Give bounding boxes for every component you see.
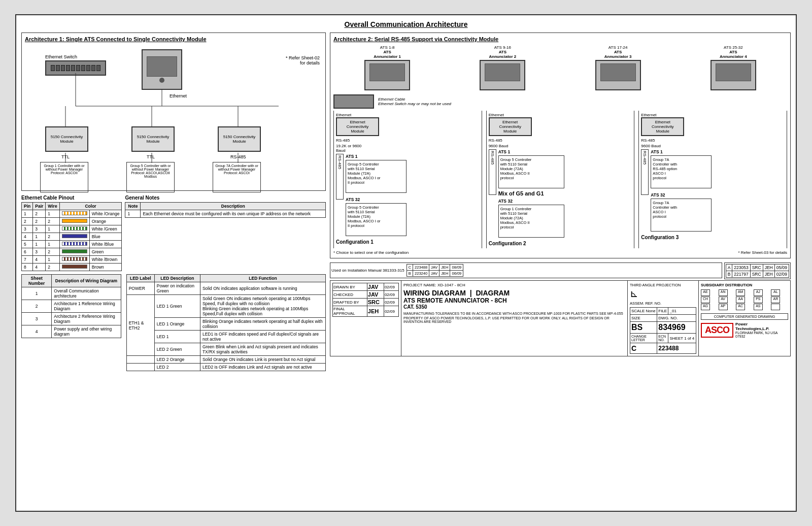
cell-swatch <box>59 241 89 248</box>
eth-switch-label: Ethernet Switch <box>45 54 106 59</box>
title-block-area: Used on Installation Manual 381333-315 C… <box>330 262 791 356</box>
sig-drawn-date: 02/09 <box>384 283 398 291</box>
col-wire: Wire <box>46 203 59 210</box>
rev-ecn: 223488 <box>413 265 429 271</box>
cell-color: Brown <box>89 264 122 271</box>
table-row: LED 2 Green Green Blink when Link and Ac… <box>126 343 325 356</box>
cell-swatch <box>59 210 89 218</box>
sub-aa: AA <box>736 297 745 303</box>
eth-switch-mid-box <box>333 94 374 109</box>
config1-rs485-vert: RS-485 <box>336 154 344 200</box>
sheet-num-col: Sheet Number <box>22 275 52 287</box>
led-desc: LED 2 <box>154 364 200 371</box>
rev-a-src: SRC <box>750 265 763 271</box>
cell-swatch <box>59 225 89 233</box>
config1-conn-module: EthernetConnectivityModule <box>336 117 379 136</box>
sub-aj: AJ <box>754 289 763 296</box>
eth-port-9 <box>91 65 95 71</box>
cell-swatch <box>59 264 89 271</box>
wiring-label: WIRING DIAGRAM <box>403 289 466 297</box>
led-func: LED1 is OFF indicates speed and Full dup… <box>200 331 325 343</box>
table-row: 842 Brown <box>22 264 122 271</box>
table-row: LED 2 Orange Solid Orange ON indicates L… <box>126 356 325 364</box>
sub-ae: AE <box>701 289 710 296</box>
config3-rs485-vert: RS-485 <box>641 149 649 195</box>
sig-drafted-name: SRC <box>367 299 384 306</box>
cell-pin: 2 <box>22 218 33 225</box>
computer-generated-label: COMPUTER GENERATED DRAWING <box>701 313 788 320</box>
mfg-note: MANUFACTURING TOLERANCES TO BE IN ACCORD… <box>403 312 625 315</box>
config3-eth-label: Ethernet <box>641 113 785 117</box>
config2-label: Configuration 2 <box>489 241 632 246</box>
cell-pin: 4 <box>22 233 33 241</box>
ann4-screen <box>716 63 751 81</box>
sheet-label: SHEET 1 of 4 <box>668 334 696 343</box>
main-title-block: DRAWN BY JAV 02/09 CHECKED JAV 02/09 DRA… <box>330 280 791 356</box>
rev-by1: JAV <box>429 271 439 277</box>
cable-pinout-title: Ethernet Cable Pinout <box>21 195 122 201</box>
sheet-num: 1 <box>22 287 52 300</box>
desc-col: Description <box>141 203 326 210</box>
subsidiary-grid: AE AN AM AJ AL CH AV AA PS AR AG AP <box>701 289 788 310</box>
config3-ats-row: RS-485 ATS 1 Group 7AController withRS-4… <box>641 149 785 232</box>
cell-wire: 2 <box>46 233 59 241</box>
ecn-label: ECNNO. <box>657 334 668 343</box>
rev-ecn: 223240 <box>413 271 429 277</box>
ann2-screen <box>485 63 520 81</box>
rev-a-jeh: JEH <box>763 265 774 271</box>
rev-date: 06/09 <box>450 271 463 277</box>
config1-ats32-box: Group 5 Controllerwith 5110 SerialModule… <box>346 203 407 236</box>
annunciator-2: ATS 9-16 ATSAnnunciator 2 <box>480 45 525 91</box>
config-notes-row: * Choice to select one of the configurat… <box>333 250 787 255</box>
config2-baud: 9600 Baud <box>489 144 632 148</box>
rs485-label-1: RS-485 <box>230 154 246 159</box>
eth-port-3 <box>61 65 65 71</box>
config3-conn-module: EthernetConnectivityModule <box>641 117 684 136</box>
conn-module-3-label: 5150 ConnectivityModule <box>223 135 256 144</box>
led-label: POWER <box>126 282 154 295</box>
ann4-label: ATSAnnunciator 4 <box>710 50 756 59</box>
config2-eth-label: Ethernet <box>489 113 632 117</box>
config2-ats-boxes: ATS 1 Group 5 Controllerwith 5110 Serial… <box>498 149 564 238</box>
led-desc: LED 1 <box>154 331 200 343</box>
config2-mix-label: Mix of G5 and G1 <box>498 190 564 196</box>
config1-baud: 19.2K or 9600Baud <box>336 144 480 153</box>
rev-b-num: 221797 <box>732 271 750 278</box>
cell-color: White /Blue <box>89 241 122 248</box>
file-label: FILE <box>657 308 668 315</box>
sheet-table: Sheet Number Description of Wiring Diagr… <box>21 274 121 338</box>
ann2-label: ATSAnnunciator 2 <box>480 50 525 59</box>
led-func: Solid ON indicates application software … <box>200 282 325 295</box>
led-label-col: LED Label <box>126 275 154 282</box>
cell-pin: 7 <box>22 256 33 264</box>
asco-info: PowerTechnologies,L.P. FLORHAM PARK, NJ … <box>735 322 788 338</box>
table-row: LED 1 LED1 is OFF indicates speed and Fu… <box>126 331 325 343</box>
asco-logo: ASCO <box>701 323 733 338</box>
config3-label: Configuration 3 <box>641 235 785 240</box>
table-row: C 223488 <box>630 343 696 354</box>
ats-screen <box>147 56 177 77</box>
eth-port-4 <box>66 65 70 71</box>
led-func: Solid Green ON indicates network operati… <box>200 295 325 318</box>
asco-sub: PowerTechnologies,L.P. <box>735 322 788 331</box>
signatures-col: DRAWN BY JAV 02/09 CHECKED JAV 02/09 DRA… <box>330 281 401 356</box>
cell-swatch <box>59 218 89 225</box>
eth-port-2 <box>56 65 60 71</box>
used-on-block: Used on Installation Manual 381333-315 C… <box>330 262 722 278</box>
config1-top: Ethernet <box>336 113 480 117</box>
assem-ref: ASSEM. REF. NO. <box>630 301 696 306</box>
third-angle-symbol: ⊾ <box>630 288 638 299</box>
ann4-box <box>710 60 756 90</box>
table-row: SIZE DWG. NO. <box>630 315 696 322</box>
asco-logo-row: ASCO PowerTechnologies,L.P. FLORHAM PARK… <box>701 322 788 338</box>
cell-pair: 2 <box>33 210 46 218</box>
led-func: LED2 is OFF indicates Link and Act signa… <box>200 364 325 371</box>
sig-approval-name: JEH <box>367 306 384 317</box>
eth-switch-area: Ethernet Switch <box>45 54 106 76</box>
table-row: B 223240 JAV JEH 06/09 <box>407 271 463 277</box>
sub-am: AM <box>736 289 745 296</box>
table-row: 121 White /Orange <box>22 210 122 218</box>
proto-box-3: Group 7A Controller with orwithout Power… <box>213 162 261 192</box>
cell-pin: 8 <box>22 264 33 271</box>
sub-ch: CH <box>701 297 710 303</box>
